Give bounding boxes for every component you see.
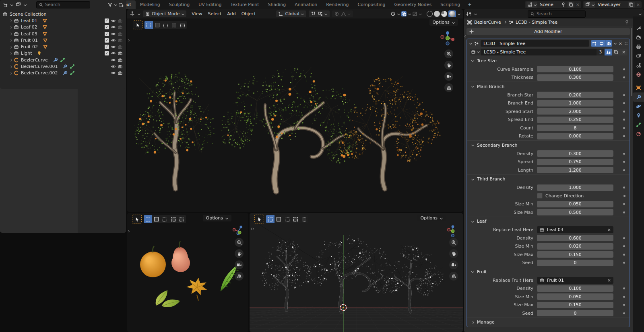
- tab-compositing[interactable]: Compositing: [353, 0, 390, 9]
- chevron-down-icon[interactable]: [408, 12, 411, 16]
- animate-dot-icon[interactable]: [623, 203, 625, 205]
- tab-scene[interactable]: [633, 61, 644, 70]
- tab-object[interactable]: [633, 83, 644, 92]
- chevron-down-icon[interactable]: [114, 3, 117, 6]
- add-modifier-button[interactable]: Add Modifier: [466, 28, 630, 35]
- properties-search-input[interactable]: Search: [528, 10, 586, 18]
- users-count[interactable]: 3: [597, 49, 605, 55]
- viewport-options-button[interactable]: Options: [429, 19, 458, 26]
- animate-dot-icon[interactable]: [623, 287, 625, 289]
- select-extend-button[interactable]: [152, 215, 161, 223]
- property-slider[interactable]: 0.300: [537, 74, 613, 81]
- property-slider[interactable]: 0: [537, 260, 613, 266]
- pin-icon[interactable]: [624, 20, 630, 25]
- shading-solid-icon[interactable]: [434, 11, 440, 17]
- disclosure-icon[interactable]: [9, 45, 12, 49]
- property-slider[interactable]: 2.000: [537, 108, 613, 115]
- animate-dot-icon[interactable]: [623, 135, 625, 137]
- select-intersect-button[interactable]: [178, 21, 187, 29]
- disable-render-icon[interactable]: [118, 25, 123, 30]
- camera-view-button[interactable]: [444, 72, 453, 81]
- animate-dot-icon[interactable]: [623, 237, 625, 239]
- property-slider[interactable]: 0.600: [537, 235, 613, 241]
- select-box-button[interactable]: [266, 215, 275, 223]
- viewlayer-checkbox[interactable]: ✓: [105, 38, 109, 43]
- viewlayer-name[interactable]: ViewLayer: [597, 2, 626, 7]
- modifier-extras-icon[interactable]: [614, 42, 617, 45]
- region-arrows[interactable]: ‹›: [250, 226, 254, 232]
- scene-selector[interactable]: Scene ×: [525, 1, 581, 8]
- zoom-button[interactable]: [235, 238, 244, 247]
- animate-dot-icon[interactable]: [623, 312, 625, 314]
- animate-dot-icon[interactable]: [623, 262, 625, 264]
- hide-viewport-icon[interactable]: [111, 44, 116, 49]
- viewlayer-checkbox[interactable]: ✓: [105, 45, 109, 49]
- section-header-secondary-branch[interactable]: Secondary Branch: [467, 141, 630, 150]
- chevron-down-icon[interactable]: [419, 12, 422, 16]
- chevron-down-icon[interactable]: [23, 3, 27, 6]
- browse-node-group-button[interactable]: [470, 49, 481, 55]
- hide-viewport-icon[interactable]: [111, 31, 116, 37]
- select-subtract-button[interactable]: [161, 215, 169, 223]
- outliner-row-leaf-01[interactable]: Leaf 01✓: [0, 17, 126, 24]
- camera-view-button[interactable]: [235, 260, 244, 269]
- shading-rendered-button[interactable]: [448, 10, 456, 17]
- outliner-row-fruit-01[interactable]: Fruit 01✓: [0, 37, 126, 43]
- zoom-button[interactable]: [444, 49, 453, 58]
- disable-render-icon[interactable]: [118, 64, 123, 69]
- snap-magnet-icon[interactable]: [311, 11, 316, 16]
- tab-render[interactable]: [633, 33, 644, 42]
- tab-texture-paint[interactable]: Texture Paint: [226, 0, 264, 9]
- disable-render-icon[interactable]: [118, 51, 123, 56]
- animate-dot-icon[interactable]: [623, 94, 625, 96]
- scene-name[interactable]: Scene: [539, 2, 559, 7]
- chevron-down-icon[interactable]: [457, 12, 460, 16]
- property-slider[interactable]: 0: [537, 310, 613, 316]
- copy-icon[interactable]: [628, 2, 635, 8]
- display-render-toggle[interactable]: [605, 40, 612, 47]
- section-header-main-branch[interactable]: Main Branch: [467, 82, 630, 91]
- active-tool-button[interactable]: [132, 215, 142, 223]
- animate-dot-icon[interactable]: [623, 186, 625, 189]
- tab-view-layer[interactable]: [633, 51, 644, 61]
- gizmo-toggle-icon[interactable]: [390, 11, 396, 16]
- panel-collapse-icon[interactable]: [469, 42, 472, 45]
- viewlayer-selector[interactable]: ViewLayer ×: [583, 1, 642, 8]
- pan-button[interactable]: [449, 249, 458, 258]
- property-slider[interactable]: 0.150: [537, 251, 613, 258]
- property-slider[interactable]: 0.100: [537, 66, 613, 72]
- hide-viewport-icon[interactable]: [111, 38, 116, 43]
- grid-perspective-button[interactable]: [235, 272, 244, 281]
- tab-uv-editing[interactable]: UV Editing: [194, 0, 226, 9]
- navigation-gizmo[interactable]: [440, 30, 456, 46]
- proportional-icon[interactable]: [334, 11, 339, 16]
- snapping-group[interactable]: [309, 10, 330, 17]
- chevron-down-icon[interactable]: [137, 12, 140, 16]
- breadcrumb-object[interactable]: BezierCurve: [474, 20, 501, 25]
- property-slider[interactable]: 0.050: [537, 293, 613, 300]
- section-header-third-branch[interactable]: Third Branch: [467, 175, 630, 184]
- select-subtract-button[interactable]: [283, 215, 291, 223]
- animate-dot-icon[interactable]: [623, 245, 625, 247]
- display-editmode-toggle[interactable]: [591, 40, 598, 47]
- tab-rendering[interactable]: Rendering: [322, 0, 353, 9]
- animate-dot-icon[interactable]: [623, 161, 625, 163]
- hide-viewport-icon[interactable]: [111, 18, 116, 23]
- falloff-icon[interactable]: [341, 11, 346, 16]
- active-tool-button[interactable]: [133, 20, 142, 29]
- viewport-menu-view[interactable]: View: [189, 11, 205, 16]
- animate-dot-icon[interactable]: [623, 68, 625, 70]
- tab-modeling[interactable]: Modeling: [136, 0, 165, 9]
- viewlayer-checkbox[interactable]: ✓: [105, 25, 109, 29]
- outliner-root-row[interactable]: Scene Collection: [0, 11, 126, 17]
- disclosure-icon[interactable]: [9, 65, 12, 68]
- tab-geometry-nodes[interactable]: Geometry Nodes: [390, 0, 436, 9]
- disable-render-icon[interactable]: [118, 44, 123, 49]
- hide-viewport-icon[interactable]: [111, 70, 116, 76]
- camera-view-button[interactable]: [449, 260, 458, 269]
- outliner-search-input[interactable]: Search: [36, 1, 90, 8]
- tab-object-data[interactable]: [633, 120, 644, 129]
- tab-tool[interactable]: [633, 24, 644, 33]
- outliner-row-light[interactable]: Light✓: [0, 50, 126, 57]
- tab-material[interactable]: [633, 129, 644, 139]
